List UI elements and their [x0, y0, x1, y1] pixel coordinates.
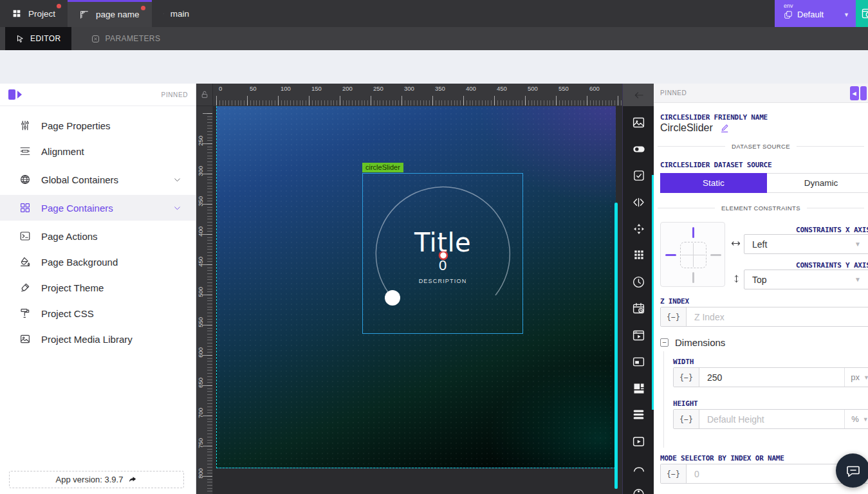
- environment-dropdown[interactable]: env Default ▼: [775, 0, 856, 27]
- h-ruler-label: 200: [342, 85, 353, 92]
- sidebar-item-label: Page Properties: [41, 120, 111, 131]
- sidebar-item-global-containers[interactable]: Global Containers: [0, 167, 196, 192]
- window-play-tool[interactable]: [623, 322, 654, 348]
- video-play-tool[interactable]: [623, 428, 654, 455]
- sidebar-item-project-media-library[interactable]: Project Media Library: [0, 326, 196, 352]
- section-indent-line: [663, 351, 664, 448]
- width-unit-select[interactable]: px ▼: [844, 368, 868, 387]
- screenshot-button[interactable]: [856, 0, 868, 27]
- panel-pinned-label: PINNED: [660, 89, 687, 96]
- globe-icon: [19, 174, 31, 185]
- alignment-icon: [19, 145, 31, 157]
- binding-toggle[interactable]: {−}: [661, 464, 687, 483]
- checkbox-tool[interactable]: [623, 163, 654, 189]
- z-index-input[interactable]: [687, 307, 868, 326]
- knob-icon: [632, 488, 645, 494]
- tab-page-name[interactable]: page name: [68, 0, 152, 27]
- v-ruler-label: 550: [197, 317, 204, 327]
- width-input[interactable]: [699, 368, 844, 387]
- ruler-lock-button[interactable]: [196, 84, 213, 106]
- sidebar-item-page-containers[interactable]: Page Containers: [0, 195, 196, 221]
- sidebar-item-alignment[interactable]: Alignment: [0, 138, 196, 164]
- chevron-down-icon: ▼: [863, 374, 868, 381]
- dpad-tool[interactable]: [623, 215, 654, 242]
- keypad-tool[interactable]: [623, 242, 654, 268]
- constraint-top[interactable]: [692, 227, 694, 238]
- constraint-left[interactable]: [665, 254, 676, 256]
- binding-toggle[interactable]: {−}: [661, 307, 687, 326]
- center-dot: [439, 252, 447, 259]
- mode-tab-editor[interactable]: EDITOR: [5, 27, 71, 50]
- sidebar-item-label: Alignment: [41, 146, 84, 157]
- v-ruler-label: 700: [197, 408, 204, 418]
- circle-slider-component[interactable]: circleSlider Title 0 DESCRIPTION: [362, 173, 523, 334]
- chat-button[interactable]: [836, 453, 868, 488]
- dataset-source-label: CIRCLESLIDER DATASET SOURCE: [660, 161, 771, 169]
- canvas-scrollbar[interactable]: [614, 203, 618, 489]
- constraint-right[interactable]: [710, 254, 721, 256]
- z-index-inputrow: {−}: [660, 307, 868, 327]
- y-axis-label: CONSTRAINTS Y AXIS: [796, 261, 868, 270]
- sidebar-pinned-label: PINNED: [162, 91, 188, 98]
- palette-back-button[interactable]: [623, 84, 654, 106]
- binding-toggle[interactable]: {−}: [674, 368, 699, 387]
- checkbox-icon: [633, 169, 645, 182]
- calendar-clock-tool[interactable]: [623, 295, 654, 322]
- app-window: Project page name main env Default ▼: [0, 0, 868, 494]
- v-ruler-label: 450: [197, 257, 204, 267]
- rows-tool[interactable]: [623, 401, 654, 428]
- image-tool[interactable]: [623, 109, 654, 136]
- height-unit-select[interactable]: % ▼: [844, 410, 868, 428]
- main-toolbar: AVstudio v3 View Ipad Mini 100% Editor: [0, 50, 868, 84]
- dashboard-tool[interactable]: [623, 375, 654, 401]
- constraint-bottom[interactable]: [692, 272, 694, 283]
- sidebar-collapse-button[interactable]: [8, 89, 23, 100]
- sliders-icon: [19, 120, 31, 131]
- binding-toggle[interactable]: {−}: [674, 410, 699, 428]
- grid-icon: [19, 202, 31, 214]
- static-option[interactable]: Static: [660, 173, 767, 193]
- knob-tool[interactable]: [623, 481, 654, 494]
- picture-in-picture-tool[interactable]: [623, 349, 654, 375]
- friendly-name-label: CIRCLESLIDER FRIENDLY NAME: [660, 113, 768, 122]
- height-unit-value: %: [851, 414, 859, 424]
- page-ruler-icon: [79, 10, 89, 20]
- toggle-tool[interactable]: [623, 136, 654, 162]
- width-label: WIDTH: [673, 358, 694, 366]
- sidebar-item-page-background[interactable]: Page Background: [0, 249, 196, 275]
- tab-project[interactable]: Project: [0, 0, 68, 27]
- sidebar-item-page-properties[interactable]: Page Properties: [0, 113, 196, 138]
- component-value: 0: [363, 257, 522, 274]
- v-ruler-label: 250: [197, 136, 204, 146]
- x-axis-select[interactable]: Left ▼: [744, 234, 868, 254]
- clock-icon: [632, 275, 645, 289]
- unsaved-dot: [141, 6, 145, 10]
- panel-pin-button[interactable]: [860, 86, 867, 100]
- sidebar-item-project-css[interactable]: Project CSS: [0, 300, 196, 326]
- dynamic-option[interactable]: Dynamic: [767, 173, 868, 193]
- z-index-label: Z INDEX: [660, 297, 689, 306]
- code-tool[interactable]: [623, 189, 654, 215]
- arrow-left-icon: [633, 89, 645, 101]
- chevron-down-icon: ▼: [863, 416, 868, 423]
- height-input[interactable]: [699, 410, 844, 428]
- page-canvas[interactable]: circleSlider Title 0 DESCRIPTION: [216, 106, 616, 468]
- chevron-down-icon: ▼: [854, 276, 861, 283]
- sidebar-item-project-theme[interactable]: Project Theme: [0, 275, 196, 300]
- constraints-center: [680, 242, 706, 268]
- tab-main[interactable]: main: [152, 0, 201, 27]
- h-ruler-label: 600: [589, 85, 600, 92]
- sidebar-item-label: Project CSS: [41, 308, 94, 319]
- y-axis-select[interactable]: Top ▼: [744, 270, 868, 289]
- arc-tool[interactable]: [623, 455, 654, 481]
- sidebar-item-label: Page Containers: [41, 203, 113, 214]
- sidebar-item-page-actions[interactable]: Page Actions: [0, 223, 196, 249]
- dimensions-section-header[interactable]: − Dimensions: [660, 337, 725, 348]
- edit-pencil-icon[interactable]: [719, 123, 730, 134]
- app-version-button[interactable]: App version: 3.9.7: [9, 471, 184, 488]
- friendly-name-value: CircleSlider: [660, 122, 713, 134]
- clock-tool[interactable]: [623, 269, 654, 295]
- constraints-widget[interactable]: [660, 222, 725, 287]
- panel-collapse-button[interactable]: ◀: [850, 86, 859, 100]
- mode-tab-parameters[interactable]: PARAMETERS: [80, 27, 171, 50]
